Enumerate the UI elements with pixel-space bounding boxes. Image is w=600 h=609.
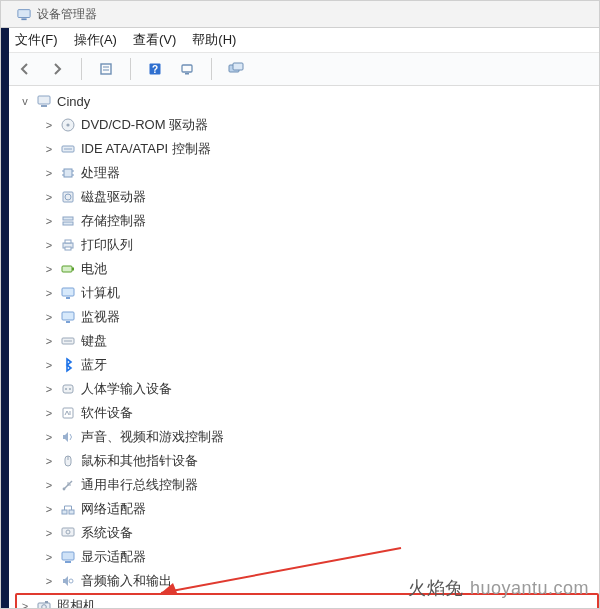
device-manager-window: 设备管理器 文件(F) 操作(A) 查看(V) 帮助(H) ? vCindy>: [0, 0, 600, 609]
expander-icon[interactable]: >: [43, 455, 55, 467]
tree-item-disk[interactable]: >磁盘驱动器: [15, 185, 599, 209]
expander-icon[interactable]: >: [43, 167, 55, 179]
svg-rect-27: [65, 240, 71, 243]
svg-rect-46: [62, 528, 74, 536]
tree-item-network[interactable]: >网络适配器: [15, 497, 599, 521]
properties-button[interactable]: [94, 57, 118, 81]
svg-rect-12: [41, 105, 47, 107]
toolbar-separator: [81, 58, 82, 80]
expander-icon[interactable]: >: [43, 527, 55, 539]
tree-item-keyboard[interactable]: >键盘: [15, 329, 599, 353]
tree-item-monitor[interactable]: >计算机: [15, 281, 599, 305]
expander-icon[interactable]: v: [19, 95, 31, 107]
svg-point-39: [69, 388, 71, 390]
back-button[interactable]: [13, 57, 37, 81]
app-icon: [17, 7, 31, 21]
expander-icon[interactable]: >: [43, 479, 55, 491]
tree-item-label: 磁盘驱动器: [81, 188, 146, 206]
watermark-en: huoyantu.com: [470, 578, 589, 598]
tree-item-label: 声音、视频和游戏控制器: [81, 428, 224, 446]
scan-button[interactable]: [175, 57, 199, 81]
menu-file[interactable]: 文件(F): [15, 31, 58, 49]
software-icon: [59, 404, 77, 422]
tree-item-disc[interactable]: >DVD/CD-ROM 驱动器: [15, 113, 599, 137]
svg-rect-53: [45, 601, 48, 603]
tree-item-label: 处理器: [81, 164, 120, 182]
tree-item-cpu[interactable]: >处理器: [15, 161, 599, 185]
tree-item-system[interactable]: >系统设备: [15, 521, 599, 545]
watermark: 火焰兔huoyantu.com: [408, 576, 589, 600]
usb-icon: [59, 476, 77, 494]
mouse-icon: [59, 452, 77, 470]
window-title: 设备管理器: [37, 1, 97, 27]
svg-rect-44: [62, 510, 67, 514]
tree-item-display[interactable]: >显示适配器: [15, 545, 599, 569]
toolbar-separator: [211, 58, 212, 80]
menu-action[interactable]: 操作(A): [74, 31, 117, 49]
svg-point-38: [65, 388, 67, 390]
svg-rect-37: [63, 385, 73, 393]
view-mode-button[interactable]: [224, 57, 248, 81]
audio-icon: [59, 572, 77, 590]
svg-rect-1: [21, 18, 26, 20]
svg-rect-25: [63, 222, 73, 225]
monitor-icon: [59, 284, 77, 302]
expander-icon[interactable]: >: [43, 383, 55, 395]
tree-item-label: 键盘: [81, 332, 107, 350]
tree-item-label: 鼠标和其他指针设备: [81, 452, 198, 470]
tree-item-label: 监视器: [81, 308, 120, 326]
expander-icon[interactable]: >: [43, 191, 55, 203]
tree-item-hid[interactable]: >人体学输入设备: [15, 377, 599, 401]
help-button[interactable]: ?: [143, 57, 167, 81]
svg-point-14: [66, 123, 69, 126]
tree-root[interactable]: vCindy: [15, 89, 599, 113]
expander-icon[interactable]: >: [43, 407, 55, 419]
tree-item-label: 照相机: [57, 597, 96, 608]
expander-icon[interactable]: >: [43, 551, 55, 563]
tree-item-storage[interactable]: >存储控制器: [15, 209, 599, 233]
expander-icon[interactable]: >: [43, 359, 55, 371]
bluetooth-icon: [59, 356, 77, 374]
svg-rect-7: [182, 65, 192, 72]
expander-icon[interactable]: >: [43, 287, 55, 299]
toolbar-separator: [130, 58, 131, 80]
expander-icon[interactable]: >: [43, 575, 55, 587]
watermark-cn: 火焰兔: [408, 578, 464, 598]
forward-button[interactable]: [45, 57, 69, 81]
tree-item-monitor[interactable]: >监视器: [15, 305, 599, 329]
svg-rect-45: [69, 510, 74, 514]
menu-view[interactable]: 查看(V): [133, 31, 176, 49]
svg-rect-10: [233, 63, 243, 70]
expander-icon[interactable]: >: [43, 119, 55, 131]
expander-icon[interactable]: >: [43, 143, 55, 155]
expander-icon[interactable]: >: [43, 311, 55, 323]
tree-item-printer[interactable]: >打印队列: [15, 233, 599, 257]
expander-icon[interactable]: >: [43, 263, 55, 275]
disc-icon: [59, 116, 77, 134]
display-icon: [59, 548, 77, 566]
menu-bar: 文件(F) 操作(A) 查看(V) 帮助(H): [1, 28, 599, 53]
expander-icon[interactable]: >: [43, 503, 55, 515]
menu-help[interactable]: 帮助(H): [192, 31, 236, 49]
toolbar: ?: [1, 53, 599, 86]
storage-icon: [59, 212, 77, 230]
tree-item-sound[interactable]: >声音、视频和游戏控制器: [15, 425, 599, 449]
svg-rect-34: [66, 321, 70, 323]
expander-icon[interactable]: >: [19, 600, 31, 608]
device-tree[interactable]: vCindy>DVD/CD-ROM 驱动器>IDE ATA/ATAPI 控制器>…: [9, 85, 599, 608]
tree-item-bluetooth[interactable]: >蓝牙: [15, 353, 599, 377]
tree-item-usb[interactable]: >通用串行总线控制器: [15, 473, 599, 497]
expander-icon[interactable]: >: [43, 215, 55, 227]
tree-item-label: 人体学输入设备: [81, 380, 172, 398]
tree-item-battery[interactable]: >电池: [15, 257, 599, 281]
expander-icon[interactable]: >: [43, 431, 55, 443]
svg-rect-8: [185, 73, 189, 75]
expander-icon[interactable]: >: [43, 335, 55, 347]
tree-item-mouse[interactable]: >鼠标和其他指针设备: [15, 449, 599, 473]
tree-item-ide[interactable]: >IDE ATA/ATAPI 控制器: [15, 137, 599, 161]
expander-icon[interactable]: >: [43, 239, 55, 251]
network-icon: [59, 500, 77, 518]
svg-rect-11: [38, 96, 50, 104]
tree-item-software[interactable]: >软件设备: [15, 401, 599, 425]
svg-text:?: ?: [152, 64, 158, 75]
